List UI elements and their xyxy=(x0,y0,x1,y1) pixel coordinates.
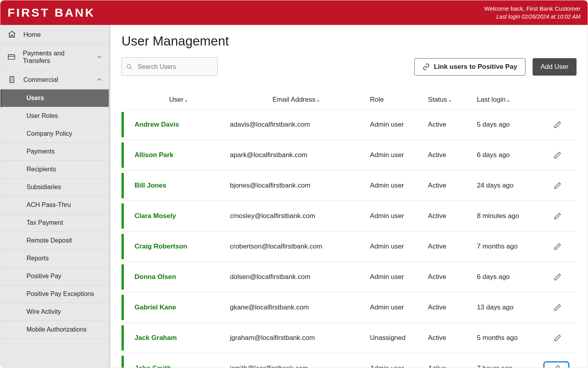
sort-icon: ▴ xyxy=(185,97,187,103)
edit-user-button[interactable] xyxy=(549,148,566,162)
user-name-link[interactable]: Andrew Davis xyxy=(135,121,179,128)
user-name-link[interactable]: Bill Jones xyxy=(135,182,166,189)
sidebar-item-user-roles[interactable]: User Roles xyxy=(0,107,109,125)
pencil-icon xyxy=(552,364,560,368)
table-row: Andrew Davisadavis@localfirstbank.comAdm… xyxy=(121,110,577,140)
nav-item-commercial[interactable]: Commercial xyxy=(0,70,109,89)
sidebar-item-mobile-authorizations[interactable]: Mobile Authorizations xyxy=(0,321,109,339)
user-name-link[interactable]: Donna Olsen xyxy=(135,273,176,281)
user-status: Active xyxy=(424,201,473,231)
nav-label: Commercial xyxy=(23,76,58,83)
building-icon xyxy=(7,75,17,84)
user-email: dolsen@localfirstbank.com xyxy=(226,262,366,292)
row-status-bar xyxy=(121,264,124,290)
chevron-down-icon xyxy=(96,54,102,60)
search-input[interactable] xyxy=(121,57,218,76)
user-name-link[interactable]: Craig Robertson xyxy=(135,243,187,250)
link-positive-pay-label: Link users to Positive Pay xyxy=(434,63,517,71)
row-status-bar xyxy=(121,356,124,368)
search-icon xyxy=(126,64,133,70)
sidebar-item-reports[interactable]: Reports xyxy=(0,250,109,267)
user-role: Admin user xyxy=(366,262,424,292)
edit-user-button[interactable] xyxy=(549,209,566,223)
top-bar: FIRST BANK Welcome back, First Bank Cust… xyxy=(0,0,588,25)
col-email[interactable]: Email Address▴ xyxy=(226,96,366,110)
sidebar-item-wire-activity[interactable]: Wire Activity xyxy=(0,303,109,321)
sidebar-item-ach-pass-thru[interactable]: ACH Pass-Thru xyxy=(0,196,109,214)
sidebar-item-label: User Roles xyxy=(27,112,58,120)
nav-label: Home xyxy=(23,31,41,38)
user-role: Admin user xyxy=(366,353,424,368)
link-icon xyxy=(423,63,430,70)
col-last-login[interactable]: Last login▴ xyxy=(473,96,539,110)
page-title: User Management xyxy=(121,34,577,49)
nav-item-payments-and-transfers[interactable]: Payments and Transfers xyxy=(0,44,109,70)
svg-line-10 xyxy=(130,68,132,69)
user-role: Admin user xyxy=(366,110,424,140)
edit-user-button[interactable] xyxy=(549,178,566,193)
user-name-link[interactable]: Gabriel Kane xyxy=(135,304,176,311)
pencil-icon xyxy=(554,151,561,159)
sidebar-item-label: Company Policy xyxy=(27,130,72,137)
col-user[interactable]: User▴ xyxy=(131,96,226,110)
table-row: Clara Moselycmosley@localfirstbank.comAd… xyxy=(121,201,577,231)
sidebar-item-company-policy[interactable]: Company Policy xyxy=(0,125,109,143)
sidebar-item-tax-payment[interactable]: Tax Payment xyxy=(0,214,109,232)
user-last-login: 7 months ago xyxy=(473,231,539,262)
user-status: Active xyxy=(424,262,473,292)
sidebar-item-users[interactable]: Users xyxy=(0,89,109,107)
user-email: gkane@localfirstbank.com xyxy=(226,292,366,323)
row-status-bar xyxy=(121,295,124,320)
user-name-link[interactable]: John Smith xyxy=(135,364,171,368)
sidebar-item-recipients[interactable]: Recipients xyxy=(0,161,109,178)
sidebar-item-label: Wire Activity xyxy=(27,308,61,315)
edit-user-button[interactable] xyxy=(549,118,566,132)
card-icon xyxy=(7,53,17,61)
row-status-bar xyxy=(121,142,124,168)
edit-user-button[interactable] xyxy=(543,361,569,368)
row-status-bar xyxy=(121,112,124,137)
svg-rect-0 xyxy=(8,55,15,59)
nav-item-home[interactable]: Home xyxy=(0,25,109,44)
user-last-login: 5 days ago xyxy=(473,110,539,140)
user-last-login: 13 days ago xyxy=(473,292,539,323)
edit-user-button[interactable] xyxy=(549,331,566,345)
user-last-login: 6 days ago xyxy=(473,262,539,292)
user-email: adavis@localfirstbank.com xyxy=(226,110,366,140)
sort-icon: ▴ xyxy=(317,97,319,103)
svg-point-9 xyxy=(127,64,131,68)
pencil-icon xyxy=(554,273,561,281)
user-name-link[interactable]: Jack Graham xyxy=(135,334,177,341)
add-user-button[interactable]: Add User xyxy=(533,58,577,76)
table-row: Allison Parkapark@localfirstbank.comAdmi… xyxy=(121,140,577,171)
welcome-text: Welcome back, First Bank Customer xyxy=(484,5,580,13)
col-role[interactable]: Role xyxy=(366,96,424,110)
sidebar-item-remote-deposit[interactable]: Remote Deposit xyxy=(0,232,109,250)
edit-user-button[interactable] xyxy=(549,270,566,284)
user-last-login: 6 days ago xyxy=(473,140,539,171)
user-email: jgraham@localfirstbank.com xyxy=(226,323,366,353)
link-positive-pay-button[interactable]: Link users to Positive Pay xyxy=(414,58,525,76)
edit-user-button[interactable] xyxy=(549,239,566,254)
sidebar-item-subsidiaries[interactable]: Subsidiaries xyxy=(0,178,109,196)
user-role: Admin user xyxy=(366,201,424,231)
sidebar-item-positive-pay-exceptions[interactable]: Positive Pay Exceptions xyxy=(0,285,109,303)
edit-user-button[interactable] xyxy=(549,300,566,315)
row-status-bar xyxy=(121,173,124,198)
nav-label: Payments and Transfers xyxy=(23,49,90,64)
sidebar-item-positive-pay[interactable]: Positive Pay xyxy=(0,267,109,285)
sidebar-item-label: Positive Pay Exceptions xyxy=(27,290,94,298)
table-row: Jack Grahamjgraham@localfirstbank.comUna… xyxy=(121,323,577,353)
user-email: bjones@localfirstbank.com xyxy=(226,171,366,201)
user-status: Active xyxy=(424,353,473,368)
sidebar-item-label: Remote Deposit xyxy=(27,237,72,244)
user-name-link[interactable]: Allison Park xyxy=(135,151,173,159)
sidebar-item-payments[interactable]: Payments xyxy=(0,143,109,161)
user-status: Active xyxy=(424,171,473,201)
sort-icon: ▴ xyxy=(449,97,451,103)
user-name-link[interactable]: Clara Mosely xyxy=(135,212,176,220)
user-last-login: 7 hours ago xyxy=(473,353,539,368)
pencil-icon xyxy=(554,121,561,129)
sidebar-item-label: Reports xyxy=(27,255,49,262)
col-status[interactable]: Status▴ xyxy=(424,96,473,110)
